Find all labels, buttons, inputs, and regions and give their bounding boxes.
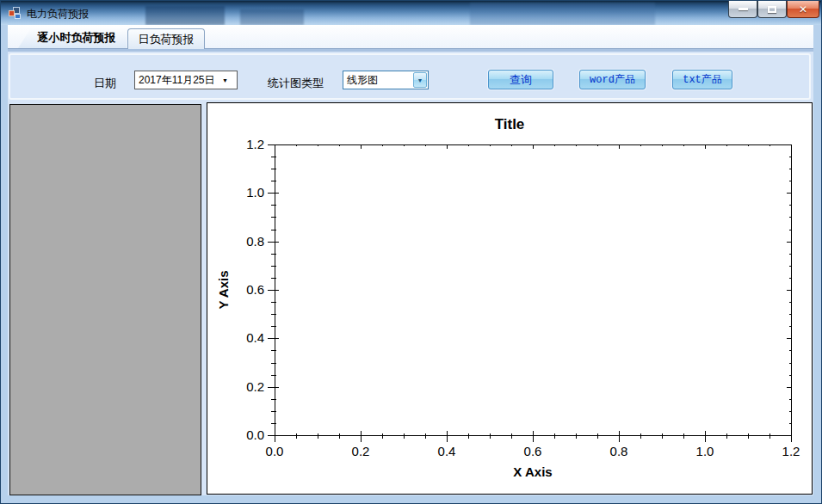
svg-text:0.4: 0.4	[438, 444, 456, 458]
svg-text:1.0: 1.0	[696, 444, 714, 458]
titlebar-glass-reflection	[240, 9, 304, 25]
svg-text:0.2: 0.2	[352, 444, 370, 458]
chevron-down-icon: ▼	[417, 77, 423, 83]
line-chart: 0.00.20.40.60.81.01.20.00.20.40.60.81.01…	[207, 103, 812, 494]
tab-label: 逐小时负荷预报	[38, 30, 116, 46]
maximize-icon	[768, 6, 776, 13]
svg-text:0.8: 0.8	[246, 234, 264, 249]
chart-panel[interactable]: 0.00.20.40.60.81.01.20.00.20.40.60.81.01…	[207, 102, 813, 495]
svg-text:0.6: 0.6	[246, 282, 264, 297]
txt-product-button[interactable]: txt产品	[672, 70, 732, 89]
svg-text:0.4: 0.4	[246, 330, 264, 345]
svg-text:Y Axis: Y Axis	[216, 270, 231, 309]
app-window: 电力负荷预报 ✕ 逐小时负荷预报 日负荷预报 日期 2017年11月25日 ▼ …	[0, 0, 822, 504]
word-product-button-label: word产品	[590, 72, 635, 87]
tab-daily-load-forecast[interactable]: 日负荷预报	[127, 28, 205, 49]
svg-text:0.0: 0.0	[246, 427, 264, 442]
svg-text:0.6: 0.6	[524, 444, 542, 458]
query-button-label: 查询	[510, 72, 532, 88]
chevron-down-icon: ▼	[222, 77, 228, 83]
date-label: 日期	[94, 76, 116, 91]
word-product-button[interactable]: word产品	[579, 70, 646, 89]
svg-text:0.2: 0.2	[246, 379, 264, 394]
close-icon: ✕	[799, 4, 807, 15]
tab-hourly-load-forecast[interactable]: 逐小时负荷预报	[18, 27, 127, 48]
maximize-button[interactable]	[757, 1, 787, 18]
titlebar-glass-reflection	[470, 3, 655, 25]
chart-type-dropdown-button[interactable]: ▼	[413, 72, 427, 88]
svg-text:1.2: 1.2	[782, 444, 800, 458]
titlebar[interactable]: 电力负荷预报 ✕	[1, 1, 821, 25]
svg-text:0.0: 0.0	[266, 444, 284, 458]
titlebar-glass-reflection	[145, 6, 225, 25]
app-icon	[8, 6, 22, 20]
txt-product-button-label: txt产品	[683, 72, 722, 87]
svg-text:1.2: 1.2	[246, 137, 264, 151]
minimize-button[interactable]	[728, 1, 757, 18]
svg-text:Title: Title	[495, 116, 525, 132]
svg-text:X Axis: X Axis	[513, 464, 552, 479]
tab-label: 日负荷预报	[139, 32, 195, 47]
date-dropdown-value: 2017年11月25日	[139, 73, 215, 88]
query-button[interactable]: 查询	[488, 70, 553, 89]
left-placeholder-panel	[9, 104, 201, 495]
chart-type-label: 统计图类型	[268, 76, 324, 91]
client-area: 逐小时负荷预报 日负荷预报 日期 2017年11月25日 ▼ 统计图类型 线形图…	[8, 25, 813, 495]
svg-text:1.0: 1.0	[246, 185, 264, 200]
svg-text:0.8: 0.8	[610, 444, 628, 458]
close-button[interactable]: ✕	[787, 1, 819, 18]
window-title: 电力负荷预报	[27, 7, 89, 22]
chart-type-dropdown-value: 线形图	[347, 73, 378, 88]
minimize-icon	[739, 8, 748, 10]
date-dropdown[interactable]: 2017年11月25日 ▼	[134, 71, 238, 89]
chart-type-dropdown[interactable]: 线形图 ▼	[343, 71, 429, 89]
